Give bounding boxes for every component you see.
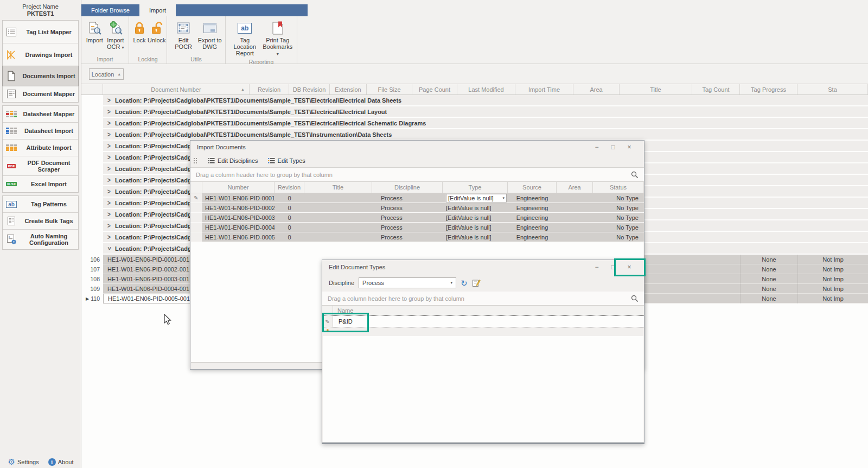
import-button[interactable]: Import: [85, 18, 105, 43]
discipline-combo[interactable]: Process ▾: [359, 277, 456, 288]
sort-asc-icon: ▲: [117, 72, 121, 76]
search-icon[interactable]: [631, 295, 639, 302]
edit-types-button[interactable]: Edit Types: [268, 157, 305, 164]
sidebar-item-tag-patterns[interactable]: ab Tag Patterns: [3, 196, 78, 213]
column-header-tag-progress[interactable]: Tag Progress: [740, 84, 797, 94]
minimize-button[interactable]: −: [589, 143, 605, 151]
export-to-dwg-button[interactable]: Export to DWG: [197, 18, 222, 50]
dialog-row[interactable]: HE1-W01-EN06-PID-0004-0... 0 Process [Ed…: [190, 223, 644, 232]
toolbar-drag-handle[interactable]: [194, 158, 197, 163]
column-header-area[interactable]: Area: [573, 84, 620, 94]
group-row[interactable]: >Location: P:\Projects\Cadglobal\PKTEST1…: [103, 106, 868, 117]
close-button[interactable]: ×: [621, 143, 637, 151]
chevron-right-icon[interactable]: >: [103, 211, 115, 218]
chevron-right-icon[interactable]: >: [103, 119, 115, 127]
attribute-import-icon: [5, 142, 18, 154]
column-header-db-revision[interactable]: DB Revision: [289, 84, 330, 94]
chevron-right-icon[interactable]: >: [103, 154, 115, 161]
column-header-source[interactable]: Source: [508, 182, 557, 193]
chevron-right-icon[interactable]: >: [103, 176, 115, 184]
sidebar-item-pdf-document-scraper[interactable]: PDF PDF Document Scraper: [3, 156, 78, 176]
close-button[interactable]: ×: [621, 263, 637, 271]
column-header-document-number[interactable]: Document Number▲: [103, 84, 250, 94]
sidebar-item-drawings-import[interactable]: Drawings Import: [3, 43, 78, 66]
column-header-import-time[interactable]: Import Time: [515, 84, 573, 94]
column-header-number[interactable]: Number: [202, 182, 275, 193]
sidebar-item-auto-naming-configuration[interactable]: Auto Naming Configuration: [3, 230, 78, 249]
tab-import[interactable]: Import: [139, 4, 176, 16]
chevron-right-icon[interactable]: >: [103, 233, 115, 241]
chevron-right-icon[interactable]: >: [103, 142, 115, 149]
app-window: Project Name PKTEST1 Tag List Mapper Dra…: [0, 0, 868, 468]
column-header-discipline[interactable]: Discipline: [372, 182, 443, 193]
group-row[interactable]: >Location: P:\Projects\Cadglobal\PKTEST1…: [103, 118, 868, 128]
search-icon[interactable]: [631, 171, 639, 179]
column-header-revision[interactable]: Revision: [275, 182, 304, 193]
chevron-right-icon[interactable]: >: [103, 108, 115, 115]
column-header-file-size[interactable]: File Size: [367, 84, 412, 94]
sidebar-item-datasheet-mapper[interactable]: Datasheet Mapper: [3, 106, 78, 123]
column-header-page-count[interactable]: Page Count: [412, 84, 457, 94]
sidebar-item-document-mapper[interactable]: Document Mapper: [3, 86, 78, 102]
edit-pocr-button[interactable]: Edit POCR: [170, 18, 196, 50]
chevron-down-icon[interactable]: >: [106, 243, 112, 255]
maximize-button[interactable]: □: [605, 143, 621, 151]
sidebar-item-attribute-import[interactable]: Attribute Import: [3, 140, 78, 156]
column-header-extension[interactable]: Extension: [330, 84, 367, 94]
maximize-button[interactable]: □: [605, 263, 621, 271]
sidebar-item-datasheet-import[interactable]: Datasheet Import: [3, 123, 78, 140]
column-header-status[interactable]: Sta: [797, 84, 868, 94]
sidebar-item-tag-list-mapper[interactable]: Tag List Mapper: [3, 21, 78, 43]
column-header-revision[interactable]: Revision: [250, 84, 289, 94]
tag-location-report-button[interactable]: ab Tag Location Report: [229, 18, 261, 56]
chevron-right-icon[interactable]: >: [103, 188, 115, 195]
chevron-right-icon[interactable]: >: [103, 97, 115, 104]
about-button[interactable]: i About: [48, 458, 74, 466]
type-dropdown-editor[interactable]: [EditValue is null] ▾: [446, 194, 507, 203]
chevron-right-icon[interactable]: >: [103, 131, 115, 138]
print-tag-bookmarks-button[interactable]: Print Tag Bookmarks ▾: [262, 18, 294, 58]
chevron-right-icon[interactable]: >: [103, 165, 115, 172]
group-by-panel: Location ▲: [81, 64, 868, 84]
type-name-value[interactable]: P&ID: [333, 316, 353, 327]
group-row[interactable]: >Location: P:\Projects\Cadglobal\PKTEST1…: [103, 95, 868, 105]
dialog-row[interactable]: HE1-W01-EN06-PID-0002-0... 0 Process [Ed…: [190, 203, 644, 213]
column-header-tag-count[interactable]: Tag Count: [692, 84, 740, 94]
import-ocr-button[interactable]: Import OCR ▾: [106, 18, 126, 51]
ribbon-group-import: Import Import OCR ▾ Import: [81, 16, 129, 64]
sort-asc-icon: ▲: [241, 87, 245, 91]
chevron-right-icon[interactable]: >: [103, 222, 115, 229]
column-header-type[interactable]: Type: [443, 182, 508, 193]
unlock-button[interactable]: Unlock: [148, 18, 166, 43]
dialog-row[interactable]: HE1-W01-EN06-PID-0003-0... 0 Process [Ed…: [190, 213, 644, 223]
column-header-title[interactable]: Title: [304, 182, 372, 193]
sidebar-item-create-bulk-tags[interactable]: Create Bulk Tags: [3, 213, 78, 230]
column-header-name[interactable]: Name: [333, 306, 353, 315]
sidebar-item-excel-import[interactable]: XLSX Excel Import: [3, 176, 78, 192]
gear-icon: ⚙: [8, 458, 15, 466]
column-header-status[interactable]: Status: [593, 182, 644, 193]
sidebar-item-documents-import[interactable]: Documents Import: [3, 66, 78, 86]
edit-disciplines-button[interactable]: Edit Disciplines: [208, 157, 258, 164]
project-header: Project Name PKTEST1: [0, 0, 81, 17]
minimize-button[interactable]: −: [589, 263, 605, 271]
column-header-last-modified[interactable]: Last Modified: [457, 84, 515, 94]
new-row-indicator[interactable]: *: [322, 327, 644, 336]
dialog-row-editing[interactable]: ✎ HE1-W01-EN06-PID-0001-0... 0 Process […: [190, 193, 644, 203]
lock-button[interactable]: Lock: [132, 18, 146, 43]
datasheet-mapper-icon: [5, 108, 18, 120]
column-header-area[interactable]: Area: [557, 182, 593, 193]
group-by-location-button[interactable]: Location ▲: [89, 68, 124, 80]
dialog-row[interactable]: HE1-W01-EN06-PID-0005-0... 0 Process [Ed…: [190, 232, 644, 242]
status-cell: Not Imp: [797, 255, 868, 264]
tab-folder-browse[interactable]: Folder Browse: [81, 4, 139, 16]
group-row[interactable]: >Location: P:\Projects\Cadglobal\PKTEST1…: [103, 129, 868, 140]
chevron-right-icon[interactable]: >: [103, 199, 115, 206]
group-by-dropzone[interactable]: Drag a column header here to group by th…: [322, 292, 644, 306]
type-name-edit-row[interactable]: ✎ P&ID: [322, 315, 644, 327]
group-by-dropzone[interactable]: Drag a column header here to group by th…: [190, 168, 644, 182]
column-header-title[interactable]: Title: [620, 84, 692, 94]
refresh-icon[interactable]: ↻: [461, 279, 468, 287]
edit-notepad-icon[interactable]: [472, 279, 481, 287]
settings-button[interactable]: ⚙ Settings: [8, 458, 39, 466]
